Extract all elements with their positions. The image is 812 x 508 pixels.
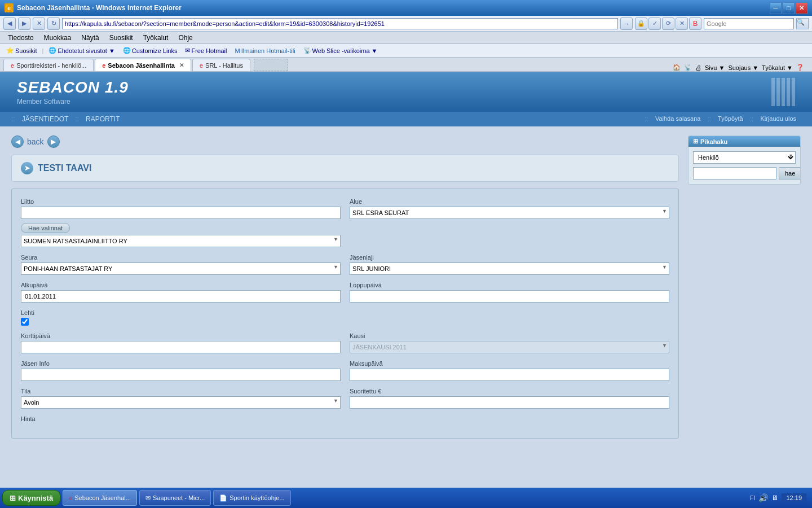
nav-right: :: Vaihda salasana :: Työpöytä :: Kirjau… bbox=[645, 115, 801, 123]
forward-circle-button[interactable]: ▶ bbox=[47, 135, 60, 148]
window-title: Sebacon Jäsenhallinta - Windows Internet… bbox=[17, 4, 770, 12]
lehti-checkbox[interactable] bbox=[21, 318, 29, 326]
maksupaiva-input[interactable] bbox=[350, 369, 669, 381]
tab-close-icon[interactable]: ✕ bbox=[179, 62, 184, 68]
form-group-maksupaiva: Maksupäivä bbox=[350, 360, 669, 381]
go-button[interactable]: → bbox=[620, 17, 633, 30]
bing-icon: B bbox=[689, 17, 701, 30]
browser-content: SEBACON 1.9 Member Software :: JÄSENTIED… bbox=[0, 72, 812, 493]
loppupaiva-input[interactable] bbox=[350, 290, 669, 303]
logo-subtitle: Member Software bbox=[17, 98, 129, 106]
form-group-suoritettu: Suoritettu € bbox=[350, 388, 669, 409]
liitto-input[interactable] bbox=[21, 207, 341, 219]
cert-button[interactable]: ✓ bbox=[648, 17, 661, 30]
tab-sporttirekisteri[interactable]: e Sporttirekisteri - henkilö... bbox=[3, 59, 94, 71]
app-header: SEBACON 1.9 Member Software bbox=[0, 72, 812, 112]
menu-nayta[interactable]: Näytä bbox=[77, 33, 103, 43]
kausi-label: Kausi bbox=[350, 332, 669, 339]
mail-icon: ✉ bbox=[145, 494, 151, 502]
kausi-select-wrapper: JÄSENKAUSI 2011 bbox=[350, 341, 669, 353]
korttipaiva-input[interactable] bbox=[21, 341, 341, 353]
nav-vaihda-salasana[interactable]: Vaihda salasana bbox=[651, 115, 705, 123]
favorites-suosikit[interactable]: ⭐ Suosikit bbox=[3, 46, 40, 55]
forward-button[interactable]: ▶ bbox=[18, 17, 30, 30]
favorites-ehdotetut[interactable]: 🌐 Ehdotetut sivustot ▼ bbox=[46, 46, 117, 55]
tila-label: Tila bbox=[21, 388, 341, 395]
refresh-button[interactable]: ↻ bbox=[47, 17, 60, 30]
menu-suosikit[interactable]: Suosikit bbox=[105, 33, 138, 43]
header-decoration bbox=[771, 78, 795, 106]
taskbar-btn-sportin[interactable]: 📄 Sportin käyttöohje... bbox=[213, 490, 290, 506]
liitto-label: Liitto bbox=[21, 198, 341, 205]
jasen-info-input[interactable] bbox=[21, 369, 341, 381]
pikahaku-title: Pikahaku bbox=[700, 138, 727, 145]
stop-button[interactable]: ✕ bbox=[33, 17, 45, 30]
suoritettu-input[interactable] bbox=[350, 396, 669, 409]
favorites-webslice[interactable]: 📡 Web Slice -valikoima ▼ bbox=[301, 46, 381, 55]
safety-menu[interactable]: Suojaus ▼ bbox=[728, 64, 758, 71]
search-input[interactable] bbox=[704, 18, 794, 29]
windows-icon: ⊞ bbox=[10, 494, 16, 502]
pikahaku-search-input[interactable] bbox=[693, 167, 776, 179]
menu-tiedosto[interactable]: Tiedosto bbox=[3, 33, 38, 43]
hae-valinnat-button[interactable]: Hae valinnat bbox=[21, 223, 70, 233]
taskbar-btn-saapuneet[interactable]: ✉ Saapuneet - Micr... bbox=[139, 490, 211, 506]
alue-select[interactable]: SRL ESRA SEURAT bbox=[350, 207, 669, 219]
start-label: Käynnistä bbox=[18, 494, 53, 502]
tila-select[interactable]: Avoin bbox=[21, 396, 341, 409]
network-icon[interactable]: 🖥 bbox=[771, 494, 778, 502]
back-circle-button[interactable]: ◀ bbox=[11, 135, 24, 148]
close-button[interactable]: ✕ bbox=[796, 2, 807, 14]
jasen-info-label: Jäsen Info bbox=[21, 360, 341, 367]
liitto-select[interactable]: SUOMEN RATSASTAJAINLIITTO RY bbox=[21, 235, 341, 247]
window-controls[interactable]: ─ □ ✕ bbox=[770, 2, 807, 14]
seura-label: Seura bbox=[21, 254, 341, 261]
print-icon[interactable]: 🖨 bbox=[695, 64, 701, 71]
title-bar: e Sebacon Jäsenhallinta - Windows Intern… bbox=[0, 0, 812, 16]
page-menu[interactable]: Sivu ▼ bbox=[705, 64, 725, 71]
menu-tyokalut[interactable]: Työkalut bbox=[139, 33, 173, 43]
taskbar-btn-sebacon[interactable]: e Sebacon Jäsenhal... bbox=[63, 490, 137, 506]
member-name: TESTI TAAVI bbox=[38, 163, 91, 173]
back-link[interactable]: back bbox=[27, 137, 44, 146]
form-row-1: Liitto Hae valinnat SUOMEN RATSASTAJAINL… bbox=[21, 198, 669, 247]
suoritettu-label: Suoritettu € bbox=[350, 388, 669, 395]
kausi-select[interactable]: JÄSENKAUSI 2011 bbox=[350, 341, 669, 353]
start-button[interactable]: ⊞ Käynnistä bbox=[2, 490, 60, 506]
favorites-hotmail2[interactable]: M Ilmainen Hotmail-tili bbox=[232, 46, 298, 55]
maximize-button[interactable]: □ bbox=[783, 2, 795, 14]
seura-select[interactable]: PONI-HAAN RATSASTAJAT RY bbox=[21, 262, 341, 275]
stop-nav-button[interactable]: ✕ bbox=[676, 17, 688, 30]
help-icon[interactable]: ❓ bbox=[796, 64, 804, 71]
minimize-button[interactable]: ─ bbox=[770, 2, 782, 14]
reload-button[interactable]: ⟳ bbox=[662, 17, 674, 30]
hinta-label: Hinta bbox=[21, 415, 36, 422]
form-row-5: Korttipäivä Kausi JÄSENKAUSI 2011 bbox=[21, 332, 669, 353]
nav-tyopoyta[interactable]: Työpöytä bbox=[713, 115, 748, 123]
form-section: Liitto Hae valinnat SUOMEN RATSASTAJAINL… bbox=[11, 189, 679, 439]
form-group-jasenlaji: Jäsenlaji SRL JUNIORI bbox=[350, 254, 669, 275]
search-button[interactable]: 🔍 bbox=[796, 18, 809, 29]
pikahaku-header: ⊞ Pikahaku bbox=[689, 136, 800, 147]
tab-srl-hallitus[interactable]: e SRL - Hallitus bbox=[192, 59, 250, 71]
favorites-bar: ⭐ Suosikit | 🌐 Ehdotetut sivustot ▼ 🌐 Cu… bbox=[0, 44, 812, 58]
jasenlaji-select[interactable]: SRL JUNIORI bbox=[350, 262, 669, 275]
favorites-hotmail[interactable]: ✉ Free Hotmail bbox=[182, 46, 230, 55]
favorites-customize[interactable]: 🌐 Customize Links bbox=[120, 46, 180, 55]
volume-icon[interactable]: 🔊 bbox=[758, 493, 768, 502]
nav-jasentiedot[interactable]: JÄSENTIEDOT bbox=[15, 115, 76, 123]
home-icon[interactable]: 🏠 bbox=[673, 64, 681, 71]
rss-icon[interactable]: 📡 bbox=[684, 64, 692, 71]
form-row-2: Seura PONI-HAAN RATSASTAJAT RY Jäsenlaji… bbox=[21, 254, 669, 275]
pikahaku-hae-button[interactable]: hae bbox=[779, 167, 801, 179]
menu-ohje[interactable]: Ohje bbox=[174, 33, 197, 43]
address-input[interactable] bbox=[62, 18, 618, 29]
back-button[interactable]: ◀ bbox=[3, 17, 16, 30]
alkupaiva-input[interactable] bbox=[21, 290, 341, 303]
nav-kirjaudu-ulos[interactable]: Kirjaudu ulos bbox=[756, 115, 801, 123]
tools-menu[interactable]: Työkalut ▼ bbox=[762, 64, 793, 71]
nav-raportit[interactable]: RAPORTIT bbox=[79, 115, 126, 123]
menu-muokkaa[interactable]: Muokkaa bbox=[39, 33, 76, 43]
pikahaku-type-select[interactable]: Henkilö Seura Liitto bbox=[693, 151, 796, 164]
tab-sebacon[interactable]: e Sebacon Jäsenhallinta ✕ bbox=[95, 59, 191, 71]
